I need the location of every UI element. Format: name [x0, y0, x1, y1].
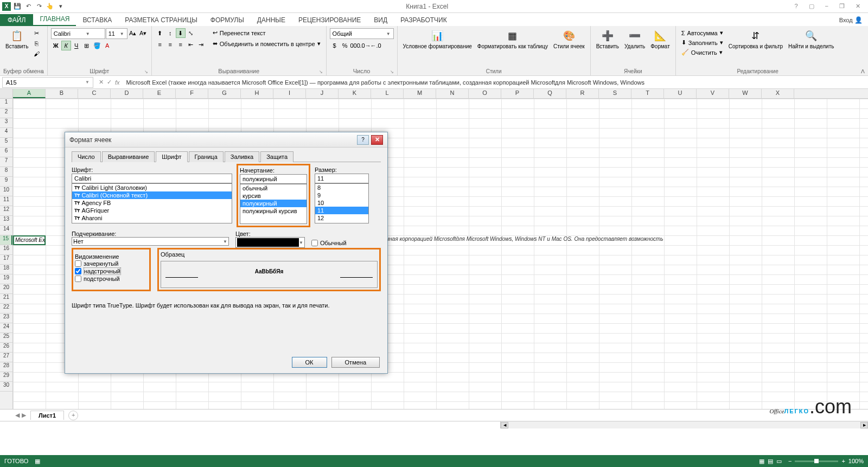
add-sheet-button[interactable]: +: [68, 411, 78, 420]
list-item[interactable]: 9: [315, 191, 368, 199]
shrink-font-icon[interactable]: A▾: [138, 28, 148, 38]
column-header[interactable]: Q: [534, 89, 566, 98]
launcher-icon[interactable]: ↘: [40, 69, 44, 74]
merge-center-button[interactable]: ⬌Объединить и поместить в центре ▾: [210, 39, 323, 48]
column-header[interactable]: P: [501, 89, 534, 98]
orientation-icon[interactable]: ⤡: [186, 28, 196, 38]
dlg-tab-alignment[interactable]: Выравнивание: [102, 151, 155, 162]
column-header[interactable]: O: [469, 89, 501, 98]
dlg-tab-number[interactable]: Число: [72, 151, 101, 162]
column-header[interactable]: B: [46, 89, 78, 98]
launcher-icon[interactable]: ↘: [319, 69, 323, 74]
dlg-tab-fill[interactable]: Заливка: [225, 151, 259, 162]
sort-filter-button[interactable]: ⇵Сортировка и фильтр: [726, 28, 785, 50]
tab-data[interactable]: ДАННЫЕ: [251, 14, 292, 26]
paste-button[interactable]: 📋 Вставить: [3, 28, 30, 50]
row-header[interactable]: 20: [0, 284, 12, 294]
page-layout-icon[interactable]: ▤: [768, 458, 773, 465]
normal-checkbox[interactable]: [311, 240, 318, 246]
align-middle-icon[interactable]: ↕: [165, 28, 175, 38]
list-item[interactable]: 11: [315, 207, 368, 214]
format-table-button[interactable]: ▦Форматировать как таблицу: [475, 28, 550, 50]
row-header[interactable]: 9: [0, 177, 12, 187]
column-header[interactable]: X: [762, 89, 794, 98]
row-header[interactable]: 7: [0, 157, 12, 167]
underline-select[interactable]: Нет▼: [72, 237, 229, 246]
format-painter-icon[interactable]: 🖌: [31, 49, 41, 59]
column-header[interactable]: I: [273, 89, 306, 98]
number-format-combo[interactable]: ▼: [330, 28, 394, 39]
enter-icon[interactable]: ✓: [107, 79, 112, 86]
align-right-icon[interactable]: ≡: [176, 40, 186, 49]
font-style-input[interactable]: [240, 174, 307, 184]
list-item[interactable]: полужирный: [240, 200, 307, 207]
redo-icon[interactable]: ↷: [35, 2, 43, 11]
align-bottom-icon[interactable]: ⬇: [176, 28, 186, 38]
percent-icon[interactable]: %: [340, 41, 350, 50]
align-center-icon[interactable]: ≡: [165, 40, 175, 49]
size-listbox[interactable]: 8910111214: [315, 183, 369, 223]
tab-insert[interactable]: ВСТАВКА: [76, 14, 118, 26]
sheet-prev-icon[interactable]: ◀: [15, 412, 20, 419]
row-header[interactable]: 6: [0, 148, 12, 157]
zoom-in-icon[interactable]: +: [841, 458, 845, 464]
tab-review[interactable]: РЕЦЕНЗИРОВАНИЕ: [292, 14, 367, 26]
restore-icon[interactable]: ❐: [836, 2, 848, 11]
row-header[interactable]: 18: [0, 265, 12, 274]
macro-icon[interactable]: ▦: [35, 458, 40, 465]
sheet-tab[interactable]: Лист1: [30, 411, 64, 420]
dialog-close-icon[interactable]: ✕: [371, 135, 383, 145]
help-icon[interactable]: ?: [791, 2, 801, 11]
comma-icon[interactable]: 000: [350, 41, 360, 50]
bold-button[interactable]: Ж: [51, 41, 61, 50]
dlg-tab-protection[interactable]: Защита: [260, 151, 293, 162]
grow-font-icon[interactable]: A▴: [128, 28, 138, 38]
zoom-level[interactable]: 100%: [848, 458, 864, 464]
font-listbox[interactable]: Tᴛ Calibri Light (Заголовки)Tᴛ Calibri (…: [72, 183, 232, 223]
row-header[interactable]: 4: [0, 128, 12, 138]
format-cells-button[interactable]: 📐Формат: [648, 28, 672, 50]
column-header[interactable]: R: [566, 89, 599, 98]
list-item[interactable]: 14: [315, 222, 368, 223]
zoom-out-icon[interactable]: −: [788, 458, 792, 464]
dlg-tab-font[interactable]: Шрифт: [156, 151, 187, 162]
row-header[interactable]: 24: [0, 323, 12, 333]
ribbon-display-icon[interactable]: ▢: [806, 2, 818, 11]
list-item[interactable]: 8: [315, 184, 368, 191]
find-select-button[interactable]: 🔍Найти и выделить: [786, 28, 836, 50]
column-header[interactable]: T: [631, 89, 664, 98]
row-header[interactable]: 29: [0, 372, 12, 382]
cancel-button[interactable]: Отмена: [331, 357, 380, 368]
font-name-combo[interactable]: ▼: [51, 28, 105, 39]
font-size-combo[interactable]: ▼: [106, 28, 127, 39]
list-item[interactable]: Tᴛ Algerian: [72, 222, 232, 223]
launcher-icon[interactable]: ↘: [144, 69, 148, 74]
tab-file[interactable]: ФАЙЛ: [0, 14, 33, 26]
select-all-corner[interactable]: [0, 89, 13, 98]
borders-icon[interactable]: ⊞: [82, 41, 92, 50]
list-item[interactable]: Tᴛ Aharoni: [72, 214, 232, 222]
close-icon[interactable]: ✕: [852, 2, 864, 11]
cut-icon[interactable]: ✂: [31, 28, 41, 38]
column-header[interactable]: K: [339, 89, 371, 98]
column-header[interactable]: H: [241, 89, 273, 98]
launcher-icon[interactable]: ↘: [390, 69, 394, 74]
save-icon[interactable]: 💾: [13, 2, 22, 11]
tab-pagelayout[interactable]: РАЗМЕТКА СТРАНИЦЫ: [118, 14, 204, 26]
name-box[interactable]: A15▼: [2, 77, 93, 88]
row-header[interactable]: 14: [0, 226, 12, 235]
row-header[interactable]: 13: [0, 216, 12, 226]
italic-button[interactable]: К: [61, 41, 71, 50]
wrap-text-button[interactable]: ↩Перенести текст: [210, 28, 323, 37]
normal-view-icon[interactable]: ▦: [759, 458, 764, 465]
list-item[interactable]: обычный: [240, 184, 307, 192]
fill-color-icon[interactable]: 🪣: [92, 41, 102, 50]
column-header[interactable]: C: [78, 89, 111, 98]
indent-dec-icon[interactable]: ⇤: [186, 40, 196, 49]
row-header[interactable]: 5: [0, 138, 12, 148]
ok-button[interactable]: ОК: [292, 357, 327, 368]
column-header[interactable]: E: [143, 89, 176, 98]
dec-decimal-icon[interactable]: ←.0: [371, 41, 381, 50]
tab-view[interactable]: ВИД: [367, 14, 394, 26]
formula-input[interactable]: Microsoft Excel (также иногда называется…: [123, 78, 868, 87]
